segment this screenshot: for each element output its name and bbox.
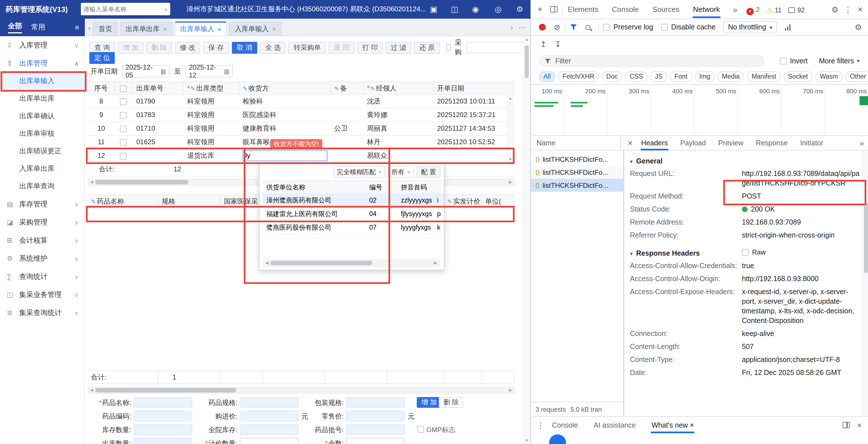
clear-icon[interactable] (554, 23, 560, 32)
sidebar-item-chuku-cuowu-gengzheng[interactable]: 出库错误更正 (0, 143, 84, 160)
invert-checkbox[interactable] (780, 57, 786, 64)
record-icon[interactable] (539, 24, 546, 31)
drawer-tab-ai-assistance[interactable]: AI assistance (593, 417, 637, 433)
batch-no-input[interactable] (346, 424, 405, 435)
tab-payload[interactable]: Payload (680, 136, 706, 150)
chip-media[interactable]: Media (718, 71, 744, 82)
export-har-icon[interactable] (540, 39, 547, 49)
drug-code-input[interactable] (133, 411, 192, 421)
close-request-icon[interactable] (628, 138, 633, 148)
chip-img[interactable]: Img (695, 71, 714, 82)
sidebar-item-rukudan-chuku[interactable]: 入库单出库 (0, 160, 84, 178)
network-conditions-icon[interactable] (785, 24, 791, 30)
price-qty-input[interactable] (240, 438, 299, 444)
close-icon[interactable] (163, 25, 167, 32)
delete-button[interactable]: 删 除 (146, 41, 172, 54)
sidebar-item-chukudan-shuru[interactable]: 出库单输入 (0, 72, 84, 90)
import-har-icon[interactable] (554, 39, 561, 49)
add-line-button[interactable]: 增 加 (417, 397, 441, 408)
supplier-row[interactable]: 鹭燕医药股份有限公司 07 lyyygfyxgs k (263, 221, 444, 235)
app-vertical-scrollbar[interactable] (523, 36, 530, 444)
configure-button[interactable]: 配 置 (417, 166, 440, 178)
docs-icon[interactable]: ◉ (469, 0, 482, 19)
network-settings-icon[interactable] (855, 23, 862, 32)
table-row[interactable]: 9 01783 科室领用 医院感染科 黄玲娜 20251202 15:37:21 (88, 109, 515, 122)
chip-fetch-xhr[interactable]: Fetch/XHR (558, 71, 599, 82)
date-to-input[interactable]: 2025-12-12 (185, 65, 233, 78)
settings-icon[interactable] (514, 0, 526, 19)
chevron-down-icon[interactable] (164, 6, 168, 12)
filter-funnel-icon[interactable] (570, 24, 577, 30)
to-purchase-order-button[interactable]: 转采购单 (289, 41, 326, 54)
tab-initiator[interactable]: Initiator (800, 136, 824, 150)
disable-cache-checkbox[interactable] (661, 24, 668, 31)
tab-elements[interactable]: Elements (567, 1, 599, 18)
tab-home[interactable]: 首页 (93, 22, 118, 36)
scroll-up-icon[interactable] (524, 36, 530, 43)
sidebar-group-ruku[interactable]: ⇩入库管理 (0, 36, 84, 54)
monitor-icon[interactable]: ◫ (448, 0, 461, 19)
device-toolbar-icon[interactable] (550, 6, 558, 12)
table-row[interactable]: 10 01710 科室领用 健康教育科 公卫 周丽真 20251127 14:3… (88, 122, 515, 136)
throttling-select[interactable]: No throttling (723, 21, 777, 33)
tab-headers[interactable]: Headers (641, 136, 669, 150)
sidebar-item-chukudan-chuku[interactable]: 出库单出库 (0, 90, 84, 108)
scroll-down-icon[interactable] (508, 156, 513, 163)
tab-common-menus[interactable]: 常用 (31, 23, 45, 32)
popup-horizontal-scrollbar[interactable] (263, 260, 439, 266)
retail-price-input[interactable] (346, 411, 405, 421)
scrollbar-thumb[interactable] (95, 388, 236, 392)
chip-doc[interactable]: Doc (602, 71, 622, 82)
tab-preview[interactable]: Preview (718, 136, 744, 150)
sidebar-group-jicai-chaxun[interactable]: ≣集采查询统计 (0, 304, 84, 322)
modify-button[interactable]: 修 改 (175, 41, 200, 54)
delete-line-button[interactable]: 删 除 (439, 397, 463, 408)
chip-manifest[interactable]: Manifest (747, 71, 781, 82)
row-checkbox[interactable] (120, 139, 127, 146)
row-checkbox[interactable] (120, 98, 127, 105)
screencast-icon[interactable]: ▣ (428, 0, 440, 19)
scroll-right-icon[interactable] (507, 388, 514, 392)
table-row[interactable]: 8 01790 科室领用 检验科 沈丞 20251203 10:01:11 (88, 95, 515, 109)
drug-spec-input[interactable] (240, 397, 299, 408)
return-button[interactable]: 退 回 (329, 41, 354, 54)
chip-css[interactable]: CSS (625, 71, 648, 82)
general-section-header[interactable]: General (630, 155, 862, 168)
menu-search-input[interactable] (83, 6, 164, 12)
response-headers-section-header[interactable]: Response Headers Raw (630, 247, 862, 260)
request-row[interactable]: listTHCKSHFDictFo... (531, 166, 623, 179)
sidebar-item-chukudan-chaxun[interactable]: 出库单查询 (0, 178, 84, 195)
tab-more-icon[interactable] (519, 23, 526, 32)
package-spec-input[interactable] (346, 397, 405, 408)
request-row-selected[interactable]: listTHCKSHFDictFo... (531, 179, 623, 192)
row-checkbox[interactable] (120, 153, 127, 159)
tab-console[interactable]: Console (611, 1, 639, 18)
sidebar-group-kuaiji[interactable]: ⊞会计核算 (0, 231, 84, 249)
drawer-tab-whats-new[interactable]: What's new (651, 417, 694, 433)
receiver-editor-input[interactable] (243, 150, 328, 161)
scroll-left-icon[interactable] (88, 388, 95, 392)
close-icon[interactable] (272, 25, 276, 32)
tab-response[interactable]: Response (755, 136, 788, 150)
drawer-menu-icon[interactable] (537, 420, 545, 430)
purchase-checkbox[interactable] (446, 44, 451, 51)
chip-other[interactable]: Other (845, 71, 868, 82)
scroll-right-icon[interactable] (432, 261, 439, 265)
scroll-up-icon[interactable] (508, 95, 513, 102)
restore-button[interactable]: 还 原 (414, 41, 440, 54)
scroll-down-icon[interactable] (524, 437, 530, 444)
chip-all[interactable]: All (539, 71, 555, 82)
menu-search-box[interactable] (81, 3, 170, 15)
sidebar-group-xitong[interactable]: 系统维护 (0, 249, 84, 268)
chip-socket[interactable]: Socket (783, 71, 812, 82)
more-tabs-icon[interactable] (733, 5, 737, 14)
tab-sources[interactable]: Sources (652, 1, 680, 18)
calendar-icon[interactable] (160, 67, 166, 75)
request-row[interactable]: listTHCKSHFDictFo... (531, 153, 623, 166)
tab-network[interactable]: Network (692, 1, 720, 18)
sidebar-item-chukudan-queren[interactable]: 出库单确认 (0, 108, 84, 125)
row-checkbox[interactable] (120, 112, 127, 119)
scroll-left-icon[interactable] (264, 261, 270, 265)
kebab-menu-icon[interactable] (844, 5, 852, 14)
tab-chukudan-chuku[interactable]: 出库单出库 (120, 22, 173, 36)
